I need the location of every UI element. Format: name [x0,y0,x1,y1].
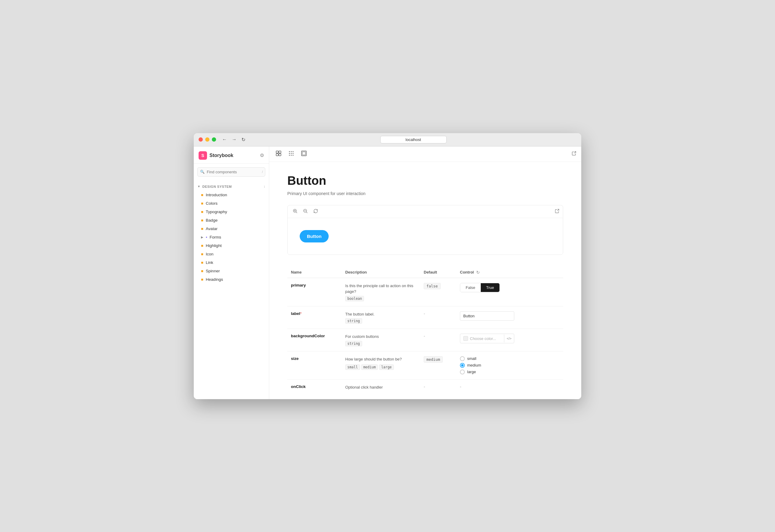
forward-button[interactable]: → [230,136,238,143]
demo-button[interactable]: Button [300,230,329,242]
label-input[interactable] [460,311,514,321]
sidebar-item-badge[interactable]: ■ Badge [195,216,268,224]
zoom-out-button[interactable] [301,208,309,215]
sidebar-item-label: Introduction [206,193,227,197]
layout-grid-button[interactable] [274,149,283,158]
sidebar-item-label: Spinner [206,269,220,273]
svg-rect-13 [301,151,306,156]
bool-toggle: False True [460,283,500,292]
svg-rect-0 [276,151,278,153]
page-subtitle: Primary UI component for user interactio… [287,191,563,196]
prop-name-cell: label* [287,306,341,329]
prop-control-cell: False True [456,278,563,306]
svg-point-7 [289,153,290,154]
table-row: primary Is this the principle call to ac… [287,278,563,306]
main-content: Button Primary UI component for user int… [269,146,581,399]
color-swatch-icon [463,336,468,341]
maximize-button[interactable] [212,137,216,142]
sidebar-section: ▼ DESIGN SYSTEM ↕ ■ Introduction ■ Color… [194,180,269,286]
col-header-description: Description [341,267,420,278]
sidebar-item-headings[interactable]: ■ Headings [195,276,268,284]
section-header[interactable]: ▼ DESIGN SYSTEM ↕ [194,183,269,190]
minimize-button[interactable] [205,137,209,142]
sidebar-item-spinner[interactable]: ■ Spinner [195,267,268,275]
section-chevron-icon: ▼ [197,185,200,188]
size-radio-group: small medium [460,356,560,374]
prop-default-cell: false [420,278,456,306]
table-row: onClick Optional click handler - - [287,379,563,395]
layout-frame-button[interactable] [299,149,308,158]
settings-icon[interactable]: ⚙ [260,152,264,158]
zoom-reset-button[interactable] [312,208,319,215]
doc-icon: ■ [201,201,203,205]
sidebar-item-link[interactable]: ■ Link [195,258,268,267]
search-shortcut: / [262,170,263,174]
sidebar-header: S Storybook ⚙ [194,146,269,164]
prop-desc-cell: Optional click handler [341,379,420,395]
prop-default-cell: - [420,329,456,352]
sidebar-item-introduction[interactable]: ■ Introduction [195,191,268,199]
sidebar-item-label: Headings [206,277,223,282]
size-type-large: large [379,365,394,370]
preview-external-icon[interactable] [555,209,559,214]
sidebar-item-avatar[interactable]: ■ Avatar [195,224,268,233]
prop-default-cell: - [420,306,456,329]
logo-area: S Storybook [198,151,233,160]
external-link-icon[interactable] [572,151,577,157]
folder-icon: ▪ [206,235,207,239]
prop-desc-cell: The button label. string [341,306,420,329]
sidebar-item-label: Icon [206,252,214,256]
radio-circle-medium [460,363,465,368]
preview-canvas: Button [287,218,563,254]
section-label: DESIGN SYSTEM [202,185,232,188]
section-sort-icon: ↕ [263,184,265,189]
size-small-label: small [467,356,476,361]
zoom-in-button[interactable] [291,208,299,215]
url-input[interactable]: localhost [380,136,447,143]
sidebar-item-typography[interactable]: ■ Typography [195,208,268,216]
color-code-button[interactable]: </> [504,335,514,343]
svg-point-5 [291,151,292,152]
color-swatch[interactable]: Choose color... [460,334,504,343]
search-bar: 🔍 / [197,167,265,177]
sidebar-item-label: Colors [206,201,217,205]
col-header-control: Control ↻ [456,267,563,278]
doc-icon: ■ [201,277,203,282]
back-button[interactable]: ← [221,136,228,143]
reset-all-button[interactable]: ↻ [476,270,480,275]
true-option[interactable]: True [481,283,500,292]
svg-point-11 [291,154,292,155]
col-header-default: Default [420,267,456,278]
size-medium-label: medium [467,363,481,368]
doc-icon: ■ [201,193,203,197]
search-icon: 🔍 [200,170,205,174]
svg-point-12 [293,154,294,155]
sidebar-item-colors[interactable]: ■ Colors [195,199,268,207]
address-bar: localhost [250,136,577,143]
search-input[interactable] [197,167,265,177]
sidebar-item-label: Typography [206,209,227,214]
sidebar-item-icon[interactable]: ■ Icon [195,250,268,258]
false-option[interactable]: False [460,283,481,292]
traffic-lights [198,137,216,142]
sidebar-item-forms[interactable]: ▶ ▪ Forms [195,233,268,241]
doc-icon: ■ [201,269,203,273]
layout-dots-button[interactable] [287,149,296,158]
content-area: Button Primary UI component for user int… [269,162,581,399]
prop-control-cell [456,306,563,329]
size-large-option[interactable]: large [460,370,560,374]
sidebar: S Storybook ⚙ 🔍 / ▼ DESIGN SYSTEM ↕ [194,146,269,399]
doc-icon: ■ [201,260,203,265]
prop-control-cell: Choose color... </> [456,329,563,352]
size-small-option[interactable]: small [460,356,560,361]
doc-icon: ■ [201,218,203,222]
sidebar-item-highlight[interactable]: ■ Highlight [195,241,268,250]
forms-chevron-icon: ▶ [201,235,203,239]
prop-default-cell: - [420,379,456,395]
radio-circle-large [460,370,465,374]
close-button[interactable] [198,137,203,142]
table-row: backgroundColor For custom buttons strin… [287,329,563,352]
size-medium-option[interactable]: medium [460,363,560,368]
reload-button[interactable]: ↻ [240,136,246,143]
prop-name-cell: onClick [287,379,341,395]
